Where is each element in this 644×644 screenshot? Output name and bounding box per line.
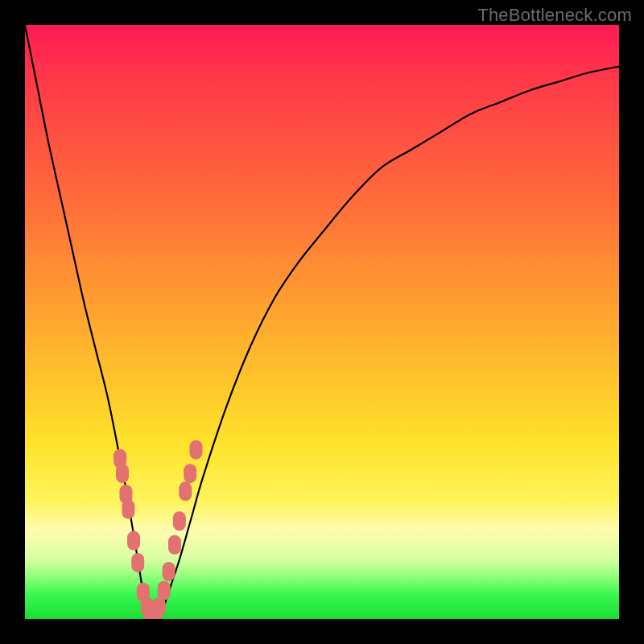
curve-marker — [184, 464, 196, 483]
curve-marker — [131, 553, 144, 572]
curve-marker — [190, 440, 203, 460]
curve-marker — [179, 481, 192, 501]
curve-marker — [122, 499, 134, 518]
watermark-text: TheBottleneck.com — [477, 5, 632, 26]
curve-marker — [163, 562, 175, 581]
curve-markers — [114, 440, 202, 619]
curve-marker — [153, 597, 166, 617]
curve-marker — [158, 581, 171, 601]
plot-area — [25, 25, 619, 619]
curve-marker — [127, 531, 140, 551]
curve-marker — [116, 464, 129, 483]
curve-line — [25, 25, 619, 619]
bottleneck-curve — [25, 25, 619, 619]
curve-layer — [25, 25, 619, 619]
curve-marker — [168, 535, 181, 555]
chart-frame: TheBottleneck.com — [0, 0, 644, 644]
curve-marker — [173, 511, 186, 530]
